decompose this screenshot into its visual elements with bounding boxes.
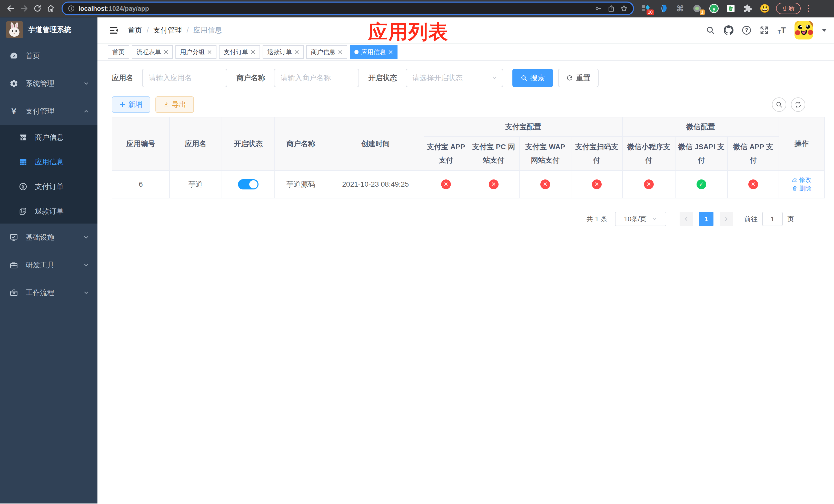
- close-icon[interactable]: [294, 50, 299, 54]
- help-icon[interactable]: ?: [742, 26, 751, 35]
- forward-icon[interactable]: [18, 2, 31, 15]
- bookmark-star-icon[interactable]: [620, 5, 628, 12]
- tag-pay-order[interactable]: 支付订单: [219, 45, 260, 59]
- prev-page-button[interactable]: [680, 212, 693, 226]
- add-button[interactable]: 新增: [112, 96, 150, 113]
- sidebar-collapse-icon[interactable]: [109, 25, 118, 35]
- sidebar-item-workflow[interactable]: 工作流程: [0, 279, 97, 306]
- refresh-icon[interactable]: [791, 97, 805, 112]
- extension-gem-icon[interactable]: 10: [641, 3, 652, 14]
- cell-id: 6: [112, 170, 170, 198]
- close-icon[interactable]: [251, 50, 256, 54]
- export-button[interactable]: 导出: [155, 96, 194, 113]
- cell-status: [222, 170, 275, 198]
- tag-merchant-info[interactable]: 商户信息: [306, 45, 347, 59]
- sidebar-item-payment[interactable]: ¥ 支付管理: [0, 97, 97, 125]
- delete-link-label: 删除: [799, 184, 811, 192]
- table-row: 6 芋道 芋道源码 2021-10-23 08:49:25 ✕ ✕ ✕ ✕ ✕ …: [112, 170, 825, 198]
- extension-doc-icon[interactable]: [726, 3, 736, 14]
- reset-button[interactable]: 重置: [558, 69, 598, 87]
- breadcrumb-payment[interactable]: 支付管理: [153, 25, 182, 35]
- cell-merchant: 芋道源码: [275, 170, 327, 198]
- home-icon[interactable]: [44, 2, 58, 15]
- delete-link[interactable]: 删除: [792, 184, 811, 192]
- sidebar-item-app-info[interactable]: 应用信息: [0, 150, 97, 174]
- sidebar-item-system[interactable]: 系统管理: [0, 70, 97, 97]
- chevron-down-icon: [652, 216, 657, 222]
- close-icon[interactable]: [163, 50, 168, 54]
- back-icon[interactable]: [4, 2, 18, 15]
- sidebar-item-label: 退款订单: [35, 206, 64, 216]
- status-cross-icon[interactable]: ✕: [489, 180, 499, 189]
- sidebar-item-label: 系统管理: [26, 79, 54, 88]
- app-logo: [6, 21, 23, 38]
- merchant-name-input[interactable]: [274, 69, 359, 87]
- sidebar-item-refund-order[interactable]: 退款订单: [0, 199, 97, 224]
- extension-command-icon[interactable]: ⌘: [675, 3, 685, 14]
- github-icon[interactable]: [724, 25, 733, 35]
- extension-y-icon[interactable]: y: [709, 3, 719, 14]
- sidebar-item-label: 首页: [26, 51, 40, 61]
- sidebar-item-pay-order[interactable]: 支付订单: [0, 174, 97, 199]
- profile-avatar-emoji[interactable]: 😃: [760, 3, 770, 14]
- browser-menu-icon[interactable]: [806, 5, 811, 12]
- goto-page-input[interactable]: [762, 212, 783, 226]
- share-icon[interactable]: [607, 5, 615, 12]
- tag-home[interactable]: 首页: [108, 45, 129, 59]
- user-avatar[interactable]: [794, 21, 813, 40]
- avatar-caret-icon[interactable]: [822, 29, 827, 32]
- tag-label: 退款订单: [267, 48, 292, 56]
- tag-user-group[interactable]: 用户分组: [175, 45, 216, 59]
- toggle-search-icon[interactable]: [772, 97, 786, 112]
- sidebar-item-label: 支付订单: [35, 182, 64, 191]
- status-select[interactable]: 请选择开启状态: [406, 69, 503, 87]
- extensions-puzzle-icon[interactable]: [743, 3, 753, 14]
- close-icon[interactable]: [207, 50, 212, 54]
- tag-refund-order[interactable]: 退款订单: [263, 45, 304, 59]
- page-number-1[interactable]: 1: [699, 212, 714, 226]
- status-cross-icon[interactable]: ✕: [441, 180, 451, 189]
- page-size-value: 10条/页: [624, 214, 646, 224]
- app-title: 芋道管理系统: [28, 25, 71, 35]
- search-button[interactable]: 搜索: [512, 69, 553, 87]
- cell-wx-mini: ✕: [622, 170, 675, 198]
- goto-unit: 页: [787, 214, 794, 224]
- sidebar-item-dev-tools[interactable]: 研发工具: [0, 251, 97, 279]
- col-header-wx-app: 微信 APP 支付: [728, 137, 779, 170]
- sidebar-item-infrastructure[interactable]: 基础设施: [0, 224, 97, 251]
- extension-recorder-icon[interactable]: 1: [692, 3, 702, 14]
- close-icon[interactable]: [388, 50, 393, 54]
- status-check-icon[interactable]: ✓: [697, 180, 706, 189]
- tag-app-info[interactable]: 应用信息: [350, 45, 397, 59]
- tag-process-form[interactable]: 流程表单: [132, 45, 173, 59]
- page-annotation: 应用列表: [368, 19, 448, 45]
- next-page-button[interactable]: [720, 212, 733, 226]
- goto-label: 前往: [744, 214, 758, 224]
- sidebar-item-merchant-info[interactable]: 商户信息: [0, 125, 97, 150]
- status-switch[interactable]: [238, 179, 259, 189]
- password-key-icon[interactable]: [594, 5, 602, 12]
- reload-icon[interactable]: [31, 2, 44, 15]
- status-cross-icon[interactable]: ✕: [748, 180, 758, 189]
- search-icon[interactable]: [706, 26, 715, 35]
- edit-link[interactable]: 修改: [792, 176, 811, 184]
- font-size-icon[interactable]: TT: [777, 26, 786, 35]
- sidebar-item-home[interactable]: 首页: [0, 42, 97, 70]
- url-bar[interactable]: localhost:1024/pay/app: [62, 2, 634, 15]
- app-name-input[interactable]: [142, 69, 227, 87]
- fullscreen-icon[interactable]: [760, 26, 769, 35]
- breadcrumb-home[interactable]: 首页: [128, 25, 142, 35]
- close-icon[interactable]: [338, 50, 343, 54]
- copy-document-icon: [19, 207, 28, 216]
- sidebar-item-label: 应用信息: [35, 157, 64, 167]
- cell-alipay-qr: ✕: [571, 170, 622, 198]
- extension-balloon-icon[interactable]: [658, 3, 668, 14]
- status-cross-icon[interactable]: ✕: [644, 180, 654, 189]
- status-cross-icon[interactable]: ✕: [540, 180, 550, 189]
- col-header-alipay-app: 支付宝 APP 支付: [424, 137, 468, 170]
- browser-update-button[interactable]: 更新: [776, 3, 801, 14]
- site-info-icon[interactable]: [68, 5, 75, 12]
- main-panel: 首页 / 支付管理 / 应用信息 应用列表 ? TT: [97, 18, 834, 503]
- page-size-select[interactable]: 10条/页: [615, 212, 666, 226]
- status-cross-icon[interactable]: ✕: [592, 180, 602, 189]
